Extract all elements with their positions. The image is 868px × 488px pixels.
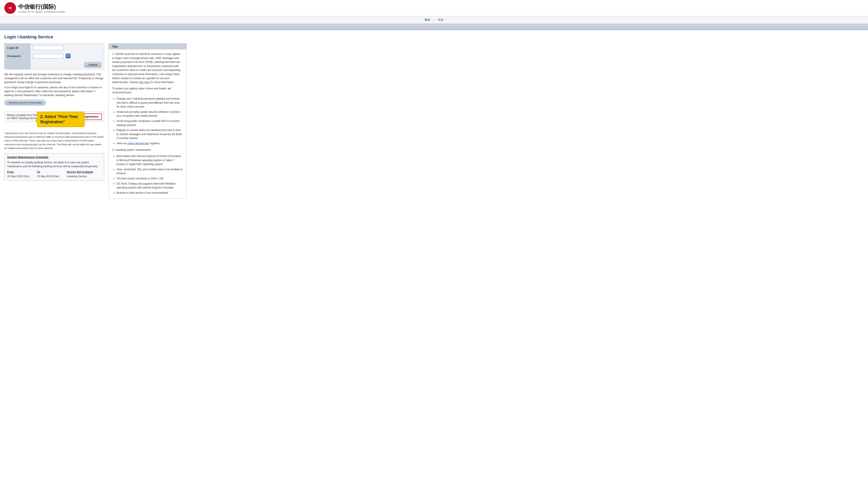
password-label: Password	[5, 52, 31, 60]
info-button[interactable]: i	[66, 54, 70, 58]
tips-bullet5-end: regularly	[150, 142, 159, 145]
info-para2: If you forgot your login ID or password,…	[4, 86, 104, 97]
click-here-link[interactable]: click here	[138, 81, 150, 84]
login-id-input[interactable]	[33, 45, 64, 50]
req-4: US Stock Trading only supports Microsoft…	[117, 182, 183, 190]
tips-bullet5-text: View our	[117, 142, 126, 145]
tips-section2-num: 2.	[112, 148, 114, 152]
tooltip-balloon: 2. Select "First Time Registration"	[37, 112, 85, 127]
submit-button[interactable]: Submit	[85, 62, 101, 67]
tips-section1-text: CNCBI would like to remind its customers…	[112, 53, 180, 84]
info-text: We will regularly remind and arrange cus…	[4, 72, 104, 97]
maintenance-text: To maintain our quality banking service,…	[7, 161, 101, 168]
maintenance-to-1: 15 May 2018 (Sun)	[37, 174, 67, 178]
req-2: Java, JavaScript, SSL and Cookies have t…	[117, 167, 183, 175]
left-column: Login ID Password i	[4, 43, 104, 181]
svg-text:中: 中	[9, 6, 12, 10]
maintenance-title: System Maintenance Schedule	[7, 156, 101, 159]
tips-section1-para2: To protect you against cyber crimes and …	[112, 87, 183, 95]
tips-bullets-list: Change your i-banking password regularly…	[112, 97, 183, 145]
logo-area: 中 中信银行(国际) CHINA CITIC BANK INTERNATIONA…	[4, 2, 66, 14]
maintenance-row-1: 15 May 2018 (Sun) 15 May 2018 (Sun) i-ba…	[7, 174, 101, 178]
reactivation-button[interactable]: i-banking Service Reactivation	[4, 100, 46, 105]
login-id-row: Login ID	[5, 43, 104, 52]
header: 中 中信银行(国际) CHINA CITIC BANK INTERNATIONA…	[0, 0, 868, 16]
tips-bullet-5: View our online security tips regularly	[117, 141, 183, 145]
password-input[interactable]	[33, 54, 64, 59]
col-to: To	[37, 170, 67, 174]
tips-section1-num: 1.	[112, 53, 114, 56]
maintenance-header-row: From To Service Not Available	[7, 170, 101, 174]
transaction-info: Transactions over the Internet may be su…	[4, 131, 104, 150]
maintenance-table: From To Service Not Available 15 May 201…	[7, 170, 101, 178]
maintenance-from-1: 15 May 2018 (Sun)	[7, 174, 37, 178]
login-form-table: Login ID Password i	[5, 43, 104, 69]
tips-section2-title-text: i-banking system requirements	[115, 148, 150, 152]
login-id-label: Login ID	[5, 43, 31, 52]
maintenance-service-1: i-banking Service	[67, 174, 101, 178]
login-box: Login ID Password i	[4, 43, 104, 69]
tips-bullet-4: Register to receive alerts via i-banking…	[117, 128, 183, 140]
online-security-link[interactable]: online security tips	[127, 142, 149, 145]
tips-box: Tips 1. CNCBI would like to remind its c…	[108, 43, 187, 199]
logo-cn-text: 中信银行(国际)	[18, 3, 56, 10]
tips-bullet-2: Install and promptly update security sof…	[117, 110, 183, 118]
col-from: From	[7, 170, 37, 174]
password-input-cell: i	[31, 52, 104, 60]
logo-icon: 中	[4, 2, 16, 14]
tips-section1-text2: for more information.	[150, 81, 174, 84]
sub-nav-bar	[0, 24, 868, 30]
main-content: Login i-banking Service Login ID Passwor…	[0, 30, 191, 203]
submit-row: Submit	[5, 60, 104, 69]
logo-en-text: CHINA CITIC BANK INTERNATIONAL	[18, 11, 66, 13]
nav-bar: 繁體 ｜ 简体	[0, 16, 868, 24]
page-title: Login i-banking Service	[4, 34, 187, 39]
col-service: Service Not Available	[67, 170, 101, 174]
logo-text: 中信银行(国际) CHINA CITIC BANK INTERNATIONAL	[18, 3, 66, 13]
tips-section2-title: 2. i-banking system requirements	[112, 148, 183, 152]
two-col-layout: Login ID Password i	[4, 43, 187, 199]
info-para1: We will regularly remind and arrange cus…	[4, 72, 104, 84]
password-row: Password i	[5, 52, 104, 60]
req-5: Browser in beta version is not recommend…	[117, 191, 183, 195]
reactivation-area: i-banking Service Reactivation	[4, 100, 104, 108]
req-1: Best viewed with Internet Explorer 9/ Fi…	[117, 154, 183, 166]
tips-bullet-1: Change your i-banking password regularly…	[117, 97, 183, 109]
nav-traditional[interactable]: 繁體	[425, 18, 430, 22]
tooltip-container: 2. Select "First Time Registration"	[39, 121, 104, 127]
login-id-input-cell	[31, 43, 104, 52]
tips-content: 1. CNCBI would like to remind its custom…	[112, 52, 183, 195]
right-column: Tips 1. CNCBI would like to remind its c…	[108, 43, 187, 199]
submit-cell: Submit	[31, 60, 104, 69]
tips-bullet-3: Avoid using public computers or public W…	[117, 119, 183, 127]
nav-simplified[interactable]: 简体	[438, 18, 443, 22]
tooltip-text: 2. Select "First Time Registration"	[40, 115, 78, 124]
tips-header: Tips	[109, 43, 186, 50]
nav-separator: ｜	[433, 18, 436, 22]
ftr-area: Please complete First Time Registration …	[4, 111, 104, 127]
maintenance-box: System Maintenance Schedule To maintain …	[4, 153, 104, 181]
tips-section1-intro: 1. CNCBI would like to remind its custom…	[112, 52, 183, 85]
tips-requirements-list: Best viewed with Internet Explorer 9/ Fi…	[112, 154, 183, 195]
req-3: The best screen resolution is 1024 x 768	[117, 176, 183, 181]
submit-label-cell	[5, 60, 31, 69]
